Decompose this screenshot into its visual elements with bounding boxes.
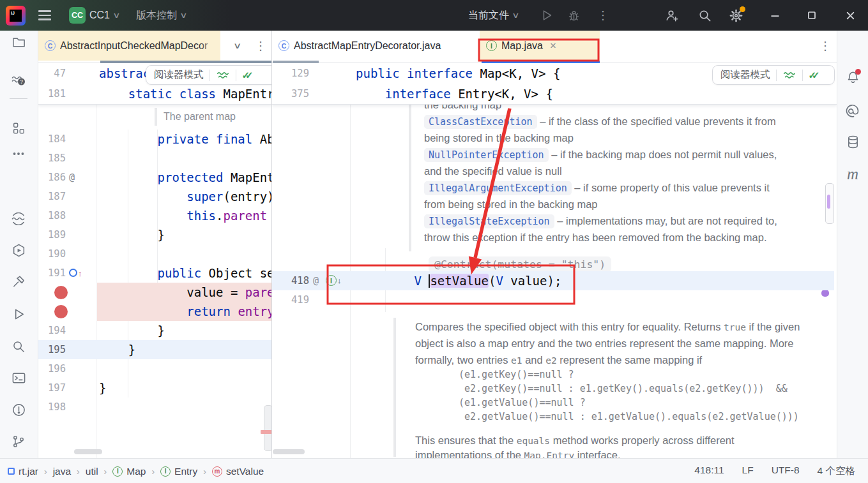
code-line[interactable]: 189 } xyxy=(38,225,271,244)
doc-text-line: and the specified value is null xyxy=(424,163,777,179)
reader-mode-button[interactable]: 阅读器模式 xyxy=(720,68,770,82)
run-configuration-widget[interactable]: 当前文件 ∨ xyxy=(468,0,519,31)
code-line[interactable]: 196 xyxy=(38,359,271,378)
error-stripe-mark[interactable] xyxy=(261,430,271,434)
horizontal-scrollbar-thumb[interactable] xyxy=(273,449,305,454)
line-number: 184 xyxy=(38,130,66,149)
vertical-scrollbar-thumb[interactable] xyxy=(264,405,271,451)
tab-list-dropdown-button[interactable]: ∨ xyxy=(224,31,252,61)
reader-mode-button[interactable]: 阅读器模式 xyxy=(154,68,204,82)
inspections-wave-icon[interactable] xyxy=(216,70,230,80)
code-line[interactable]: 198 xyxy=(38,398,271,417)
project-widget[interactable]: CC CC1 ∨ xyxy=(69,0,119,31)
debug-button[interactable] xyxy=(567,0,581,31)
minimize-icon xyxy=(770,11,780,20)
exception-reference-chip[interactable]: IllegalStateException xyxy=(424,214,554,228)
line-number: 185 xyxy=(38,149,66,168)
editor-right-pane[interactable]: the backing mapClassCastException – if t… xyxy=(272,63,837,458)
code-line[interactable]: 185 xyxy=(38,149,271,168)
run-button[interactable] xyxy=(540,0,554,31)
tool-terminal-button[interactable] xyxy=(6,367,31,391)
tool-services-button[interactable] xyxy=(6,239,31,264)
inspections-ok-icon[interactable]: ✓✓ xyxy=(242,70,254,81)
code-text: } xyxy=(99,225,271,244)
tool-database-button[interactable] xyxy=(841,131,865,155)
maximize-button[interactable] xyxy=(802,0,821,31)
search-everywhere-button[interactable] xyxy=(697,0,712,31)
code-line[interactable]: 188 this.parent = xyxy=(38,206,271,225)
code-line[interactable]: 195 } xyxy=(38,340,271,359)
breakpoint-icon[interactable] xyxy=(54,305,68,318)
breadcrumb-item-java[interactable]: java xyxy=(53,466,71,477)
app-logo[interactable]: IJ xyxy=(6,0,26,31)
play-icon xyxy=(540,8,554,22)
inspections-wave-icon[interactable] xyxy=(782,70,796,80)
inspections-ok-icon[interactable]: ✓✓ xyxy=(809,70,820,81)
tool-build-button[interactable] xyxy=(6,271,31,295)
breadcrumb-item-entry[interactable]: IEntry xyxy=(160,466,197,477)
tool-more-tools-button[interactable] xyxy=(6,143,31,167)
tool-commit-button[interactable] xyxy=(6,208,31,232)
horizontal-scrollbar-thumb[interactable] xyxy=(74,449,102,454)
minimize-button[interactable] xyxy=(765,0,784,31)
code-with-me-button[interactable] xyxy=(664,0,679,31)
code-line[interactable]: 187 super(entry); xyxy=(38,187,271,206)
editor-left-pane[interactable]: 47abstract181 static class MapEntry The … xyxy=(38,63,271,458)
rendered-javadoc-note: This ensures that the equals method work… xyxy=(415,433,735,458)
tab-map-java[interactable]: I Map.java × xyxy=(480,31,600,61)
line-number: 198 xyxy=(38,398,66,417)
close-window-button[interactable] xyxy=(841,0,860,31)
settings-button[interactable] xyxy=(729,0,743,31)
indent-widget[interactable]: 4 个空格 xyxy=(818,464,855,478)
tool-project-folder-button[interactable] xyxy=(6,31,31,55)
code-line[interactable]: 184 private final Abs xyxy=(38,130,271,149)
tool-find-button[interactable] xyxy=(6,336,31,360)
breadcrumb-item-map[interactable]: IMap xyxy=(112,466,146,477)
interface-icon: I xyxy=(486,40,497,51)
interface-icon: I xyxy=(112,466,123,477)
tool-version-control-button[interactable] xyxy=(6,431,31,455)
close-tab-icon[interactable]: × xyxy=(550,40,556,52)
tool-notifications-button[interactable] xyxy=(841,66,865,91)
code-line[interactable]: value = paren xyxy=(38,283,271,302)
pinned-code-line[interactable]: 375 interface Entry<K, V> { xyxy=(272,84,837,104)
class-icon: C xyxy=(45,40,56,51)
tool-structure-button[interactable] xyxy=(6,117,31,142)
left-pane-options-button[interactable]: ⋮ xyxy=(249,31,272,61)
breadcrumb-item-rt-jar[interactable]: rt.jar xyxy=(8,466,38,477)
code-line[interactable]: 197} xyxy=(38,378,271,398)
more-actions-button[interactable]: ⋮ xyxy=(597,0,609,31)
main-menu-button[interactable] xyxy=(38,0,51,31)
code-line[interactable]: 191↑ public Object set xyxy=(38,264,271,283)
tab-abstract-input-checked-map-decorator[interactable]: C AbstractInputCheckedMapDecor xyxy=(38,31,220,61)
code-line[interactable]: 194 } xyxy=(38,321,271,340)
exception-reference-chip[interactable]: IllegalArgumentException xyxy=(424,181,572,195)
exception-reference-chip[interactable]: ClassCastException xyxy=(424,115,537,129)
code-line[interactable]: return entry. xyxy=(38,302,271,321)
breadcrumb-item-setvalue[interactable]: msetValue xyxy=(212,466,264,477)
tool-learn-button[interactable]: ? xyxy=(6,69,31,93)
pinned-code-line[interactable]: 181 static class MapEntry xyxy=(38,84,271,104)
line-separator-widget[interactable]: LF xyxy=(742,464,754,478)
tool-maven-button[interactable]: m xyxy=(841,162,865,186)
rendered-doc-line[interactable]: The parent map xyxy=(38,104,271,130)
encoding-widget[interactable]: UTF-8 xyxy=(772,464,800,478)
code-line[interactable]: 186@ protected MapEntr xyxy=(38,168,271,187)
caret-position-widget[interactable]: 418:11 xyxy=(694,464,724,478)
tab-abstract-map-entry-decorator[interactable]: C AbstractMapEntryDecorator.java xyxy=(272,31,476,61)
breakpoint-icon[interactable] xyxy=(54,286,68,299)
tool-ai-assistant-button[interactable] xyxy=(841,100,865,124)
exception-reference-chip[interactable]: NullPointerException xyxy=(424,148,549,162)
code-line-419[interactable]: 419 xyxy=(272,290,834,309)
implementations-gutter-icon[interactable]: I xyxy=(326,275,337,286)
code-line[interactable]: 190 xyxy=(38,244,271,264)
tool-problems-button[interactable] xyxy=(6,399,31,423)
breadcrumb-separator: › xyxy=(203,466,206,477)
svg-text:?: ? xyxy=(20,78,23,85)
vcs-widget[interactable]: 版本控制 ∨ xyxy=(136,0,187,31)
breadcrumb-item-util[interactable]: util xyxy=(86,466,98,477)
overrides-gutter-icon[interactable] xyxy=(69,269,77,277)
code-line-setvalue[interactable]: 418 @ I ↓ V setValue(V value); xyxy=(272,271,834,290)
right-pane-options-button[interactable]: ⋮ xyxy=(814,31,837,61)
tool-run-button[interactable] xyxy=(6,303,31,327)
